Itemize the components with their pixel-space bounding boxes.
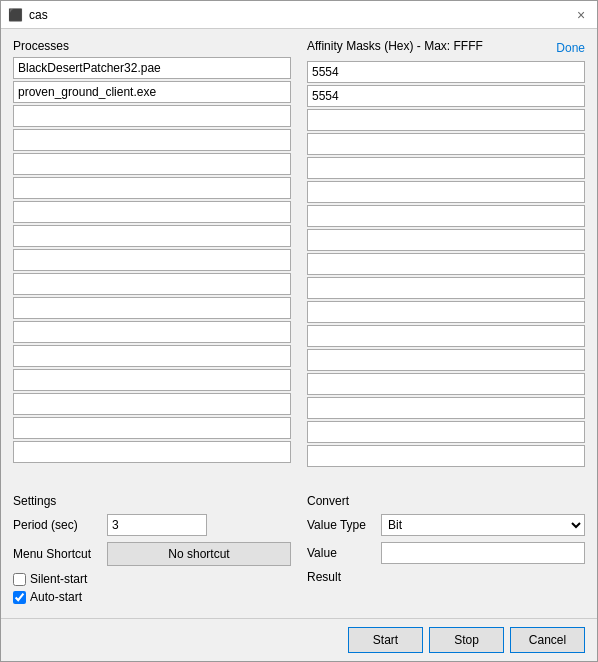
affinity-row-12	[307, 349, 585, 371]
affinity-input-5[interactable]	[307, 181, 585, 203]
value-label: Value	[307, 546, 377, 560]
app-icon: ⬛	[7, 7, 23, 23]
process-row-15	[13, 417, 291, 439]
affinity-row-9	[307, 277, 585, 299]
process-row-14	[13, 393, 291, 415]
affinity-rows	[307, 61, 585, 486]
process-input-10[interactable]	[13, 297, 291, 319]
affinity-row-13	[307, 373, 585, 395]
settings-title: Settings	[13, 494, 291, 508]
convert-title: Convert	[307, 494, 585, 508]
affinity-row-4	[307, 157, 585, 179]
start-button[interactable]: Start	[348, 627, 423, 653]
process-row-11	[13, 321, 291, 343]
affinity-input-15[interactable]	[307, 421, 585, 443]
affinity-input-7[interactable]	[307, 229, 585, 251]
process-row-12	[13, 345, 291, 367]
menu-shortcut-label: Menu Shortcut	[13, 547, 101, 561]
affinity-row-11	[307, 325, 585, 347]
footer: Start Stop Cancel	[1, 618, 597, 661]
process-input-6[interactable]	[13, 201, 291, 223]
process-input-1[interactable]	[13, 81, 291, 103]
top-section: Processes	[13, 39, 585, 486]
result-label: Result	[307, 570, 377, 584]
value-type-label: Value Type	[307, 518, 377, 532]
settings-panel: Settings Period (sec) Menu Shortcut No s…	[13, 494, 291, 608]
value-type-select[interactable]: Bit Hex Decimal	[381, 514, 585, 536]
process-row-9	[13, 273, 291, 295]
close-button[interactable]: ×	[571, 5, 591, 25]
process-input-5[interactable]	[13, 177, 291, 199]
affinity-input-11[interactable]	[307, 325, 585, 347]
value-type-row: Value Type Bit Hex Decimal	[307, 514, 585, 536]
process-row-13	[13, 369, 291, 391]
window-title: cas	[29, 8, 48, 22]
affinity-row-14	[307, 397, 585, 419]
processes-header: Processes	[13, 39, 291, 53]
process-input-11[interactable]	[13, 321, 291, 343]
process-row-1	[13, 81, 291, 103]
affinity-input-0[interactable]	[307, 61, 585, 83]
silent-start-label: Silent-start	[30, 572, 87, 586]
period-label: Period (sec)	[13, 518, 101, 532]
period-row: Period (sec)	[13, 514, 291, 536]
process-input-4[interactable]	[13, 153, 291, 175]
affinity-input-4[interactable]	[307, 157, 585, 179]
process-row-4	[13, 153, 291, 175]
affinity-input-14[interactable]	[307, 397, 585, 419]
done-link[interactable]: Done	[556, 41, 585, 55]
affinity-row-15	[307, 421, 585, 443]
main-content: Processes	[1, 29, 597, 618]
title-bar: ⬛ cas ×	[1, 1, 597, 29]
affinity-input-13[interactable]	[307, 373, 585, 395]
affinity-input-9[interactable]	[307, 277, 585, 299]
process-row-0	[13, 57, 291, 79]
silent-start-checkbox[interactable]	[13, 573, 26, 586]
process-input-2[interactable]	[13, 105, 291, 127]
auto-start-row: Auto-start	[13, 590, 291, 604]
process-input-15[interactable]	[13, 417, 291, 439]
affinity-header: Affinity Masks (Hex) - Max: FFFF	[307, 39, 483, 53]
process-input-12[interactable]	[13, 345, 291, 367]
process-input-3[interactable]	[13, 129, 291, 151]
auto-start-checkbox[interactable]	[13, 591, 26, 604]
convert-panel: Convert Value Type Bit Hex Decimal Value…	[307, 494, 585, 608]
affinity-input-2[interactable]	[307, 109, 585, 131]
processes-rows	[13, 57, 291, 486]
affinity-input-6[interactable]	[307, 205, 585, 227]
affinity-row-6	[307, 205, 585, 227]
affinity-input-12[interactable]	[307, 349, 585, 371]
menu-shortcut-button[interactable]: No shortcut	[107, 542, 291, 566]
affinity-row-16	[307, 445, 585, 467]
process-row-3	[13, 129, 291, 151]
process-row-2	[13, 105, 291, 127]
process-input-9[interactable]	[13, 273, 291, 295]
process-row-16	[13, 441, 291, 463]
affinity-input-8[interactable]	[307, 253, 585, 275]
process-input-16[interactable]	[13, 441, 291, 463]
affinity-row-1	[307, 85, 585, 107]
bottom-section: Settings Period (sec) Menu Shortcut No s…	[13, 494, 585, 608]
affinity-row-5	[307, 181, 585, 203]
process-input-0[interactable]	[13, 57, 291, 79]
affinity-input-3[interactable]	[307, 133, 585, 155]
process-input-13[interactable]	[13, 369, 291, 391]
auto-start-label: Auto-start	[30, 590, 82, 604]
menu-shortcut-row: Menu Shortcut No shortcut	[13, 542, 291, 566]
process-row-7	[13, 225, 291, 247]
process-row-5	[13, 177, 291, 199]
period-input[interactable]	[107, 514, 207, 536]
process-input-8[interactable]	[13, 249, 291, 271]
cancel-button[interactable]: Cancel	[510, 627, 585, 653]
affinity-input-10[interactable]	[307, 301, 585, 323]
process-input-7[interactable]	[13, 225, 291, 247]
affinity-row-10	[307, 301, 585, 323]
affinity-row-3	[307, 133, 585, 155]
affinity-input-1[interactable]	[307, 85, 585, 107]
value-input[interactable]	[381, 542, 585, 564]
stop-button[interactable]: Stop	[429, 627, 504, 653]
affinity-panel-header: Affinity Masks (Hex) - Max: FFFF Done	[307, 39, 585, 57]
silent-start-row: Silent-start	[13, 572, 291, 586]
process-input-14[interactable]	[13, 393, 291, 415]
affinity-input-16[interactable]	[307, 445, 585, 467]
